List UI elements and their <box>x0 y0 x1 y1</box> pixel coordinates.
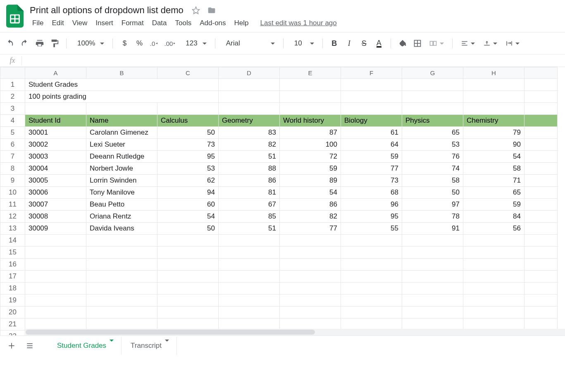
chevron-down-icon[interactable] <box>165 342 169 350</box>
cell[interactable]: 94 <box>157 187 219 199</box>
more-formats-dropdown[interactable]: 123 <box>180 37 210 50</box>
row-header-8[interactable]: 8 <box>0 163 25 175</box>
cell[interactable] <box>524 295 558 306</box>
cell[interactable]: 76 <box>402 151 463 163</box>
cell[interactable] <box>219 259 280 271</box>
cell[interactable]: 96 <box>341 199 402 211</box>
cell[interactable] <box>157 103 219 115</box>
cell[interactable] <box>280 259 341 271</box>
row-header-20[interactable]: 20 <box>0 306 25 318</box>
cell[interactable]: 30005 <box>25 175 86 187</box>
cell[interactable]: Biology <box>341 115 402 127</box>
cell[interactable]: 83 <box>219 127 280 139</box>
redo-icon[interactable] <box>18 37 31 50</box>
cell[interactable] <box>341 283 402 295</box>
cell[interactable]: 71 <box>463 175 524 187</box>
cell[interactable]: 73 <box>157 139 219 151</box>
cell[interactable] <box>524 259 558 271</box>
menu-tools[interactable]: Tools <box>171 17 196 30</box>
cell[interactable]: 100 points grading scale <box>25 91 86 103</box>
row-header-17[interactable]: 17 <box>0 271 25 283</box>
cell[interactable] <box>157 283 219 295</box>
vertical-align-dropdown[interactable] <box>480 37 501 50</box>
cell[interactable] <box>219 79 280 91</box>
cell[interactable] <box>280 295 341 306</box>
font-family-dropdown[interactable]: Arial <box>220 37 278 50</box>
cell[interactable]: Lexi Sueter <box>86 139 157 151</box>
cell[interactable] <box>341 306 402 318</box>
cell[interactable] <box>25 259 86 271</box>
cell[interactable]: 54 <box>157 211 219 223</box>
cell[interactable]: 85 <box>219 211 280 223</box>
cell[interactable]: Calculus <box>157 115 219 127</box>
row-header-5[interactable]: 5 <box>0 127 25 139</box>
cell[interactable] <box>524 223 558 235</box>
cell[interactable] <box>341 79 402 91</box>
menu-insert[interactable]: Insert <box>91 17 117 30</box>
cell[interactable] <box>402 79 463 91</box>
cell[interactable] <box>402 306 463 318</box>
cell[interactable]: 77 <box>280 223 341 235</box>
cell[interactable]: 30001 <box>25 127 86 139</box>
menu-edit[interactable]: Edit <box>48 17 68 30</box>
format-percent-button[interactable]: % <box>133 37 146 50</box>
row-header-2[interactable]: 2 <box>0 91 25 103</box>
cell[interactable] <box>157 235 219 247</box>
cell[interactable]: 90 <box>463 139 524 151</box>
cell[interactable] <box>25 103 86 115</box>
cell[interactable]: 68 <box>341 187 402 199</box>
cell[interactable] <box>25 306 86 318</box>
cell[interactable]: 86 <box>280 199 341 211</box>
cell[interactable]: Chemistry <box>463 115 524 127</box>
text-wrap-dropdown[interactable] <box>502 37 523 50</box>
cell[interactable] <box>463 306 524 318</box>
cell[interactable] <box>463 91 524 103</box>
row-header-15[interactable]: 15 <box>0 247 25 259</box>
cell[interactable] <box>86 259 157 271</box>
cell[interactable] <box>157 91 219 103</box>
cell[interactable] <box>219 103 280 115</box>
column-header-B[interactable]: B <box>86 67 157 79</box>
cell[interactable] <box>341 235 402 247</box>
cell[interactable]: 58 <box>463 163 524 175</box>
cell[interactable] <box>524 283 558 295</box>
star-icon[interactable] <box>191 5 201 15</box>
cell[interactable] <box>524 175 558 187</box>
cell[interactable] <box>463 103 524 115</box>
column-header-H[interactable]: H <box>463 67 524 79</box>
row-header-18[interactable]: 18 <box>0 283 25 295</box>
menu-addons[interactable]: Add-ons <box>195 17 230 30</box>
borders-button[interactable] <box>411 37 424 50</box>
cell[interactable] <box>86 247 157 259</box>
row-header-10[interactable]: 10 <box>0 187 25 199</box>
cell[interactable]: Norbert Jowle <box>86 163 157 175</box>
text-color-button[interactable]: A <box>372 37 386 50</box>
sheet-tab-transcript[interactable]: Transcript <box>123 337 177 355</box>
cell[interactable]: Name <box>86 115 157 127</box>
cell[interactable] <box>341 91 402 103</box>
cell[interactable] <box>463 247 524 259</box>
cell[interactable]: 30007 <box>25 199 86 211</box>
cell[interactable] <box>402 271 463 283</box>
column-header-C[interactable]: C <box>157 67 219 79</box>
cell[interactable]: Student Id <box>25 115 86 127</box>
scrollbar-thumb[interactable] <box>26 330 315 335</box>
column-header-D[interactable]: D <box>219 67 280 79</box>
cell[interactable] <box>86 271 157 283</box>
row-header-21[interactable]: 21 <box>0 318 25 330</box>
cell[interactable]: Geometry <box>219 115 280 127</box>
cell[interactable] <box>402 103 463 115</box>
cell[interactable] <box>157 295 219 306</box>
cell[interactable]: Davida Iveans <box>86 223 157 235</box>
cell[interactable] <box>524 139 558 151</box>
cell[interactable] <box>25 235 86 247</box>
cell[interactable] <box>341 247 402 259</box>
cell[interactable] <box>25 295 86 306</box>
formula-input[interactable] <box>24 55 562 67</box>
cell[interactable] <box>86 91 157 103</box>
cell[interactable] <box>463 79 524 91</box>
cell[interactable]: 89 <box>280 175 341 187</box>
bold-button[interactable]: B <box>328 37 341 50</box>
cell[interactable]: 53 <box>402 139 463 151</box>
cell[interactable] <box>280 103 341 115</box>
